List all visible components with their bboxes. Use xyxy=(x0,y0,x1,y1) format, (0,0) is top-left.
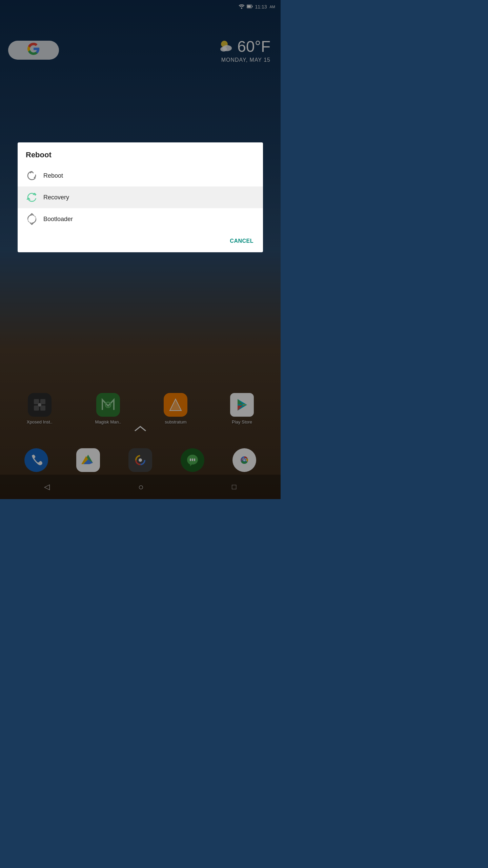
bootloader-icon xyxy=(26,213,38,225)
dialog-item-recovery[interactable]: Recovery xyxy=(18,186,263,208)
recovery-icon xyxy=(26,191,38,203)
reboot-item-label: Reboot xyxy=(43,172,63,179)
dialog-actions: CANCEL xyxy=(18,233,263,247)
dialog-item-bootloader[interactable]: Bootloader xyxy=(18,208,263,230)
reboot-dialog: Reboot Reboot Recovery xyxy=(18,142,263,252)
reboot-icon xyxy=(26,170,38,182)
bootloader-item-label: Bootloader xyxy=(43,216,73,223)
dialog-item-reboot[interactable]: Reboot xyxy=(18,165,263,186)
cancel-button[interactable]: CANCEL xyxy=(226,235,258,247)
dialog-title: Reboot xyxy=(18,142,263,165)
recovery-item-label: Recovery xyxy=(43,194,69,201)
